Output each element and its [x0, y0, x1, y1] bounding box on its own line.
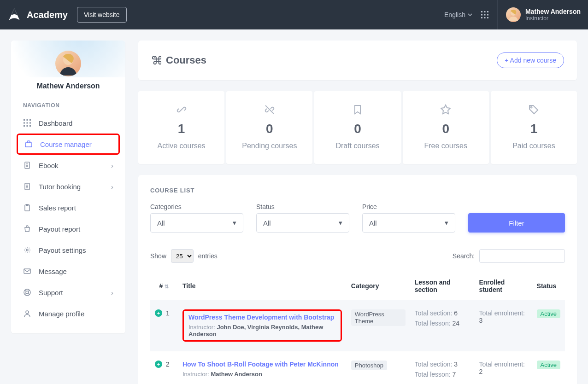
page-title: Courses — [166, 54, 206, 66]
svg-rect-3 — [481, 14, 482, 16]
lesson-label: Total lesson — [415, 371, 449, 378]
svg-rect-6 — [481, 17, 482, 18]
price-label: Price — [362, 203, 455, 210]
sidebar-item-dashboard[interactable]: Dashboard — [11, 112, 125, 134]
expand-row-icon[interactable]: + — [155, 361, 162, 368]
lesson-value: 24 — [452, 320, 459, 327]
sidebar-item-course-manager[interactable]: Course manager — [17, 134, 120, 155]
sidebar-item-label: Support — [39, 289, 63, 297]
status-select[interactable]: All▾ — [256, 213, 349, 233]
briefcase-icon — [24, 140, 33, 148]
course-title-link[interactable]: How To Shoot B-Roll Footage with Peter M… — [182, 361, 342, 368]
svg-rect-8 — [487, 17, 488, 18]
svg-rect-7 — [484, 17, 485, 18]
sidebar-item-label: Payout report — [39, 225, 80, 233]
col-lesson[interactable]: Lesson and section — [410, 272, 475, 300]
section-value: 3 — [454, 361, 458, 368]
main: Courses + Add new course 1 Active course… — [138, 41, 577, 384]
user-menu[interactable]: Mathew Anderson Instructor — [497, 0, 581, 29]
brand[interactable]: Academy — [6, 7, 68, 23]
stats-row: 1 Active courses 0 Pending courses 0 Dra… — [138, 91, 577, 164]
stat-active-courses[interactable]: 1 Active courses — [138, 91, 224, 164]
tag-icon — [528, 104, 539, 115]
apps-grid-icon[interactable] — [481, 11, 489, 19]
svg-rect-1 — [484, 11, 485, 12]
stat-free-courses[interactable]: 0 Free courses — [403, 91, 489, 164]
stat-value: 0 — [314, 122, 400, 136]
col-status[interactable]: Status — [532, 272, 565, 300]
brand-name: Academy — [27, 10, 68, 20]
svg-rect-13 — [29, 119, 31, 121]
sidebar-item-support[interactable]: Support › — [11, 282, 125, 303]
document-icon — [23, 182, 31, 191]
bookmark-icon — [352, 104, 363, 115]
command-icon — [151, 55, 161, 65]
svg-rect-4 — [484, 14, 485, 16]
course-list-card: COURSE LIST Categories All▾ Status All▾ … — [138, 175, 577, 384]
mail-icon — [23, 267, 31, 275]
svg-rect-11 — [24, 119, 25, 121]
sidebar-item-label: Sales report — [39, 204, 76, 212]
chevron-down-icon — [468, 12, 472, 17]
user-role: Instructor — [525, 15, 581, 22]
svg-rect-16 — [29, 122, 31, 124]
col-idx[interactable]: #⇅ — [150, 272, 178, 300]
chevron-right-icon: › — [111, 162, 113, 169]
sidebar-item-label: Payout settings — [39, 246, 86, 254]
stat-pending-courses[interactable]: 0 Pending courses — [226, 91, 312, 164]
grid-icon — [23, 119, 31, 127]
sidebar-item-payout-settings[interactable]: Payout settings — [11, 239, 125, 261]
language-selector[interactable]: English — [444, 11, 472, 18]
col-category[interactable]: Category — [347, 272, 410, 300]
sidebar-profile: Mathew Anderson — [11, 41, 125, 90]
svg-rect-15 — [27, 122, 28, 124]
courses-table: #⇅ Title Category Lesson and section Enr… — [150, 272, 565, 384]
sidebar-item-ebook[interactable]: Ebook › — [11, 155, 125, 176]
search-input[interactable] — [479, 249, 565, 263]
stat-value: 1 — [491, 122, 577, 136]
stat-draft-courses[interactable]: 0 Draft courses — [314, 91, 400, 164]
row-index: 1 — [166, 309, 170, 317]
caret-down-icon: ▾ — [339, 219, 342, 227]
status-badge: Active — [537, 309, 560, 318]
section-label: Total section — [415, 309, 451, 317]
visit-website-button[interactable]: Visit website — [77, 7, 127, 23]
sidebar: Mathew Anderson NAVIGATION Dashboard Cou… — [11, 41, 125, 333]
stat-value: 0 — [403, 122, 489, 136]
price-select[interactable]: All▾ — [362, 213, 455, 233]
sidebar-item-sales-report[interactable]: Sales report — [11, 197, 125, 218]
instructor-label: Instructor: — [188, 324, 215, 331]
col-title[interactable]: Title — [178, 272, 347, 300]
category-badge: WordPress Theme — [351, 309, 406, 326]
bag-icon — [23, 225, 31, 233]
sidebar-item-manage-profile[interactable]: Manage profile — [11, 303, 125, 324]
section-label: Total section — [415, 361, 451, 368]
nav-heading: NAVIGATION — [11, 90, 125, 112]
filter-button[interactable]: Filter — [468, 213, 565, 233]
entries-label: entries — [198, 252, 218, 260]
categories-label: Categories — [150, 203, 243, 210]
enrol-label: Total enrolment — [479, 361, 523, 368]
svg-rect-20 — [25, 143, 32, 147]
stat-paid-courses[interactable]: 1 Paid courses — [491, 91, 577, 164]
course-title-link[interactable]: WordPress Theme Development with Bootstr… — [188, 314, 336, 321]
brand-logo-icon — [6, 7, 22, 23]
col-enrolled[interactable]: Enrolled student — [474, 272, 532, 300]
sidebar-item-tutor-booking[interactable]: Tutor booking › — [11, 176, 125, 197]
svg-point-28 — [26, 291, 29, 294]
add-course-button[interactable]: + Add new course — [497, 52, 564, 68]
app-header: Academy Visit website English Mathew And… — [0, 0, 588, 29]
enrol-value: 2 — [479, 368, 482, 375]
table-controls: Show 25 entries Search: — [150, 249, 565, 263]
expand-row-icon[interactable]: + — [155, 309, 162, 317]
sidebar-item-payout-report[interactable]: Payout report — [11, 218, 125, 239]
sidebar-item-message[interactable]: Message — [11, 261, 125, 282]
categories-select[interactable]: All▾ — [150, 213, 243, 233]
status-label: Status — [256, 203, 349, 210]
person-icon — [23, 309, 31, 318]
category-badge: Photoshop — [351, 361, 387, 370]
show-label: Show — [150, 252, 166, 260]
star-icon — [440, 104, 451, 115]
page-size-select[interactable]: 25 — [171, 249, 194, 263]
enrol-value: 3 — [479, 317, 482, 324]
